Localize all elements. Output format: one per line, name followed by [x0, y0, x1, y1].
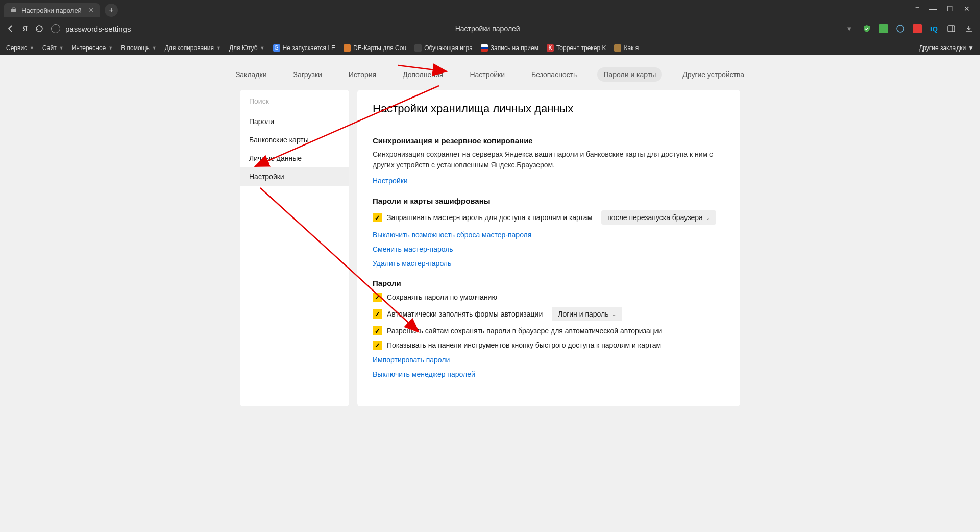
extension-icon-2[interactable]	[895, 23, 905, 34]
extension-icon-3[interactable]	[913, 24, 922, 33]
tab-passwords-cards[interactable]: Пароли и карты	[597, 67, 662, 82]
settings-nav-tabs: Закладки Загрузки История Дополнения Нас…	[0, 55, 980, 90]
bm-menu-service[interactable]: Сервис▼	[6, 44, 34, 52]
page-title-center: Настройки паролей	[455, 25, 520, 33]
new-tab-button[interactable]: +	[105, 4, 118, 17]
sync-heading: Синхронизация и резервное копирование	[373, 136, 725, 145]
tab-settings[interactable]: Настройки	[463, 67, 511, 82]
tab-addons[interactable]: Дополнения	[397, 67, 449, 82]
label-allow-sites: Разрешать сайтам сохранять пароли в брау…	[387, 327, 662, 335]
bm-menu-copy[interactable]: Для копирования▼	[165, 44, 221, 52]
tab-bookmarks[interactable]: Закладки	[230, 67, 273, 82]
chevron-down-icon: ⌄	[612, 311, 616, 317]
extension-icon-1[interactable]	[879, 24, 888, 33]
bm-link-2[interactable]: Обучающая игра	[414, 44, 473, 52]
back-button[interactable]	[6, 24, 15, 33]
main-panel: Настройки хранилища личных данных Синхро…	[357, 90, 740, 406]
globe-icon	[51, 24, 60, 33]
page-heading: Настройки хранилища личных данных	[357, 90, 740, 125]
menu-icon[interactable]: ≡	[915, 5, 919, 13]
bm-link-5[interactable]: Как я	[614, 44, 639, 52]
bm-menu-site[interactable]: Сайт▼	[42, 44, 64, 52]
link-disable-reset[interactable]: Выключить возможность сброса мастер-паро…	[373, 231, 725, 239]
minimize-icon[interactable]: —	[929, 5, 937, 13]
section-encrypted: Пароли и карты зашифрованы ✓ Запрашивать…	[357, 185, 740, 268]
checkbox-autofill[interactable]: ✓	[373, 309, 382, 319]
sync-settings-link[interactable]: Настройки	[373, 177, 408, 185]
label-save-default: Сохранять пароли по умолчанию	[387, 293, 497, 301]
sidebar-item-settings[interactable]: Настройки	[240, 167, 349, 186]
tab-favicon-icon	[10, 7, 17, 14]
yandex-icon[interactable]: Я	[22, 25, 28, 33]
tab-other-devices[interactable]: Другие устройства	[676, 67, 750, 82]
window-controls: ≡ — ☐ ✕	[915, 5, 976, 13]
link-disable-manager[interactable]: Выключить менеджер паролей	[373, 370, 725, 378]
reload-button[interactable]	[35, 24, 44, 33]
bm-link-4[interactable]: KТоррент трекер K	[547, 44, 606, 52]
shield-icon[interactable]	[862, 23, 872, 34]
address-field[interactable]: passwords-settings Настройки паролей ▾ I…	[51, 23, 974, 34]
svg-point-2	[897, 25, 904, 32]
bm-link-3[interactable]: Запись на прием	[481, 44, 538, 52]
tab-title: Настройки паролей	[21, 7, 82, 14]
tab-downloads[interactable]: Загрузки	[287, 67, 328, 82]
maximize-icon[interactable]: ☐	[947, 5, 953, 13]
sidebar-item-passwords[interactable]: Пароли	[240, 112, 349, 131]
bookmarks-bar: Сервис▼ Сайт▼ Интересное▼ В помощь▼ Для …	[0, 40, 980, 55]
other-bookmarks[interactable]: Другие закладки▼	[919, 44, 974, 52]
passwords-heading: Пароли	[373, 279, 725, 287]
tab-security[interactable]: Безопасность	[525, 67, 583, 82]
svg-rect-1	[12, 8, 15, 9]
sidebar-item-personal[interactable]: Личные данные	[240, 149, 349, 167]
bm-menu-youtube[interactable]: Для Ютуб▼	[229, 44, 265, 52]
close-icon[interactable]: ×	[89, 6, 93, 15]
close-window-icon[interactable]: ✕	[964, 5, 970, 13]
link-import[interactable]: Импортировать пароли	[373, 356, 725, 364]
label-ask-master: Запрашивать мастер-пароль для доступа к …	[387, 213, 592, 222]
checkbox-show-button[interactable]: ✓	[373, 341, 382, 350]
checkbox-allow-sites[interactable]: ✓	[373, 326, 382, 335]
bookmark-icon[interactable]: ▾	[844, 23, 854, 34]
downloads-icon[interactable]	[964, 23, 974, 34]
checkbox-ask-master[interactable]: ✓	[373, 213, 382, 222]
section-passwords: Пароли ✓ Сохранять пароли по умолчанию ✓…	[357, 268, 740, 378]
encrypted-heading: Пароли и карты зашифрованы	[373, 197, 725, 205]
tab-bar: Настройки паролей × + ≡ — ☐ ✕	[0, 0, 980, 17]
bm-link-0[interactable]: GНе запускается LE	[273, 44, 336, 52]
svg-rect-3	[948, 26, 955, 32]
sidebar-toggle-icon[interactable]	[946, 23, 957, 34]
label-show-button: Показывать на панели инструментов кнопку…	[387, 341, 661, 349]
label-autofill: Автоматически заполнять формы авторизаци…	[387, 310, 543, 318]
dropdown-autofill[interactable]: Логин и пароль⌄	[552, 307, 622, 321]
address-bar: Я passwords-settings Настройки паролей ▾…	[0, 17, 980, 40]
link-delete-master[interactable]: Удалить мастер-пароль	[373, 259, 725, 268]
checkbox-save-default[interactable]: ✓	[373, 293, 382, 302]
section-sync: Синхронизация и резервное копирование Си…	[357, 125, 740, 185]
extension-icon-4[interactable]: IQ	[929, 23, 939, 34]
url-text: passwords-settings	[65, 25, 131, 33]
sync-description: Синхронизация сохраняет на серверах Янде…	[373, 149, 725, 171]
dropdown-ask-when[interactable]: после перезапуска браузера⌄	[601, 210, 716, 225]
link-change-master[interactable]: Сменить мастер-пароль	[373, 245, 725, 253]
search-input[interactable]: Поиск	[240, 90, 349, 112]
bm-menu-interesting[interactable]: Интересное▼	[72, 44, 113, 52]
chevron-down-icon: ⌄	[706, 215, 710, 221]
tab-history[interactable]: История	[342, 67, 382, 82]
sidebar: Поиск Пароли Банковские карты Личные дан…	[240, 90, 349, 406]
bm-menu-help[interactable]: В помощь▼	[121, 44, 156, 52]
browser-tab[interactable]: Настройки паролей ×	[4, 3, 100, 17]
bm-link-1[interactable]: DE-Карты для Cou	[344, 44, 406, 52]
sidebar-item-cards[interactable]: Банковские карты	[240, 131, 349, 149]
